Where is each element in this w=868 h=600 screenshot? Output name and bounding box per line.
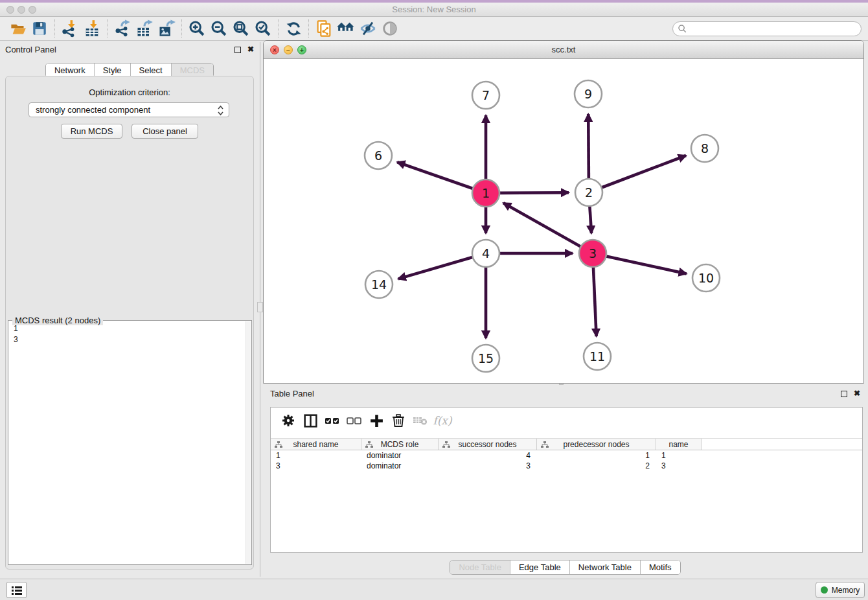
table-cell[interactable]: dominator <box>361 450 439 461</box>
tab-select[interactable]: Select <box>131 63 172 77</box>
table-cell[interactable]: 2 <box>537 461 656 471</box>
graph-node-14[interactable]: 14 <box>365 271 393 298</box>
table-cell[interactable]: dominator <box>361 461 439 471</box>
memory-status-icon <box>821 586 828 594</box>
network-window-titlebar[interactable]: × − + scc.txt <box>264 41 863 59</box>
refresh-icon[interactable] <box>282 18 304 39</box>
zoom-window-button[interactable] <box>29 6 36 14</box>
export-image-icon[interactable] <box>155 18 177 39</box>
graph-node-10[interactable]: 10 <box>692 264 720 292</box>
close-table-panel-icon[interactable]: ✖ <box>854 389 860 398</box>
tab-network-table[interactable]: Network Table <box>570 560 641 574</box>
tab-node-table[interactable]: Node Table <box>450 560 510 574</box>
result-scrollbar[interactable] <box>246 321 251 564</box>
search-input[interactable] <box>672 21 862 36</box>
graph-node-2[interactable]: 2 <box>575 179 602 206</box>
graph-node-7[interactable]: 7 <box>472 82 499 109</box>
panel-divider-handle[interactable] <box>257 302 263 312</box>
graph-node-8[interactable]: 8 <box>691 135 718 162</box>
memory-button[interactable]: Memory <box>816 582 865 598</box>
graph-node-3[interactable]: 3 <box>579 240 606 267</box>
table-cell[interactable]: 3 <box>656 461 702 471</box>
tab-motifs[interactable]: Motifs <box>641 560 680 574</box>
float-panel-icon[interactable] <box>234 47 241 53</box>
delete-row-icon[interactable] <box>387 411 409 430</box>
column-type-icon <box>365 441 373 448</box>
criterion-dropdown[interactable]: strongly connected component <box>29 102 229 117</box>
close-panel-button[interactable]: Close panel <box>131 124 198 139</box>
graph-edge-4-14[interactable] <box>398 257 474 279</box>
table-cell[interactable]: 1 <box>271 450 361 461</box>
graph-edge-2-9[interactable] <box>588 114 589 180</box>
column-header-predecessor-nodes[interactable]: predecessor nodes <box>537 439 656 450</box>
minimize-window-button[interactable] <box>17 6 25 14</box>
graph-edge-3-11[interactable] <box>593 266 597 336</box>
graph-node-4[interactable]: 4 <box>472 240 499 267</box>
main-toolbar <box>0 17 868 41</box>
table-cell[interactable]: 4 <box>439 450 537 461</box>
select-all-checkboxes-icon[interactable] <box>321 411 343 430</box>
graph-edge-3-1[interactable] <box>503 203 582 247</box>
deselect-all-checkboxes-icon[interactable] <box>343 411 365 430</box>
zoom-fit-icon[interactable] <box>230 18 252 39</box>
graph-edge-2-8[interactable] <box>600 156 686 188</box>
open-session-icon[interactable] <box>6 18 29 39</box>
graph-node-11[interactable]: 11 <box>584 343 611 370</box>
graph-edge-3-10[interactable] <box>605 256 687 273</box>
close-window-button[interactable] <box>6 6 14 14</box>
tab-edge-table[interactable]: Edge Table <box>510 560 570 574</box>
tab-mcds[interactable]: MCDS <box>172 63 213 77</box>
graph-node-9[interactable]: 9 <box>575 80 602 108</box>
network-canvas[interactable]: 7968124314101511 <box>264 59 863 383</box>
table-settings-icon[interactable] <box>277 411 299 430</box>
export-network-icon[interactable] <box>111 18 133 39</box>
import-table-icon[interactable] <box>81 18 103 39</box>
table-cell[interactable]: 3 <box>271 461 361 471</box>
column-header-successor-nodes[interactable]: successor nodes <box>439 439 537 450</box>
table-row[interactable]: 1dominator411 <box>271 450 862 461</box>
tab-style[interactable]: Style <box>95 63 131 77</box>
import-network-icon[interactable] <box>59 18 81 39</box>
network-window-title: scc.txt <box>264 41 863 58</box>
graph-edge-1-6[interactable] <box>397 162 474 189</box>
table-cell[interactable]: 3 <box>439 461 537 471</box>
graph-edge-2-3[interactable] <box>589 205 591 233</box>
control-panel-title: Control Panel <box>5 45 56 54</box>
graph-edge-1-2[interactable] <box>498 192 569 193</box>
show-column-icon[interactable] <box>299 411 321 430</box>
network-minimize-button[interactable]: − <box>284 45 293 54</box>
hide-graphics-details-icon[interactable] <box>357 18 379 39</box>
criterion-dropdown-value: strongly connected component <box>36 105 150 115</box>
tab-network[interactable]: Network <box>46 63 95 77</box>
column-header-MCDS-role[interactable]: MCDS role <box>361 439 439 450</box>
table-cell[interactable]: 1 <box>656 450 702 461</box>
mcds-result-text[interactable]: 1 3 <box>10 323 245 563</box>
export-table-icon[interactable] <box>133 18 155 39</box>
graph-node-6[interactable]: 6 <box>365 142 392 169</box>
new-network-from-selection-icon[interactable] <box>313 18 335 39</box>
zoom-selected-icon[interactable] <box>252 18 274 39</box>
function-builder-label: f(x) <box>433 414 451 427</box>
function-builder-icon: f(x) <box>431 411 453 430</box>
show-task-history-button[interactable] <box>6 582 27 598</box>
column-header-name[interactable]: name <box>656 439 702 450</box>
zoom-out-icon[interactable] <box>208 18 230 39</box>
memory-button-label: Memory <box>832 586 860 595</box>
table-cell[interactable]: 1 <box>537 450 656 461</box>
first-neighbors-icon[interactable] <box>335 18 357 39</box>
network-canvas-svg[interactable]: 7968124314101511 <box>264 59 863 383</box>
show-graphics-details-icon[interactable] <box>379 18 401 39</box>
zoom-in-icon[interactable] <box>186 18 208 39</box>
close-panel-icon[interactable]: ✖ <box>247 45 254 54</box>
graph-node-15[interactable]: 15 <box>472 345 499 372</box>
search-icon <box>678 24 687 34</box>
float-table-panel-icon[interactable] <box>841 391 847 397</box>
column-header-shared-name[interactable]: shared name <box>271 439 361 450</box>
network-zoom-button[interactable]: + <box>297 45 306 54</box>
table-row[interactable]: 3dominator323 <box>271 461 862 471</box>
graph-node-1[interactable]: 1 <box>472 179 499 207</box>
save-session-icon[interactable] <box>29 18 51 39</box>
run-mcds-button[interactable]: Run MCDS <box>61 124 122 139</box>
add-row-icon[interactable] <box>365 411 387 430</box>
network-close-button[interactable]: × <box>270 45 279 54</box>
